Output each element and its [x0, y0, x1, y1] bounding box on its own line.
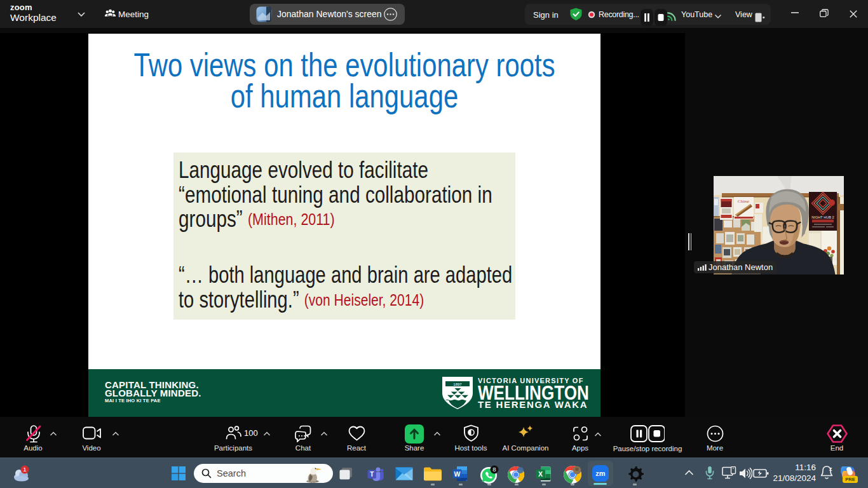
svg-text:W: W [454, 470, 461, 478]
svg-text:T: T [370, 471, 374, 478]
svg-text:X: X [538, 470, 543, 478]
svg-text:z: z [829, 466, 832, 472]
svg-text:NIGHT HUB 2: NIGHT HUB 2 [811, 215, 834, 219]
svg-text:1897: 1897 [453, 383, 462, 386]
svg-text:8: 8 [492, 466, 496, 473]
svg-text:1: 1 [23, 466, 26, 473]
svg-text:Chime: Chime [738, 199, 749, 204]
